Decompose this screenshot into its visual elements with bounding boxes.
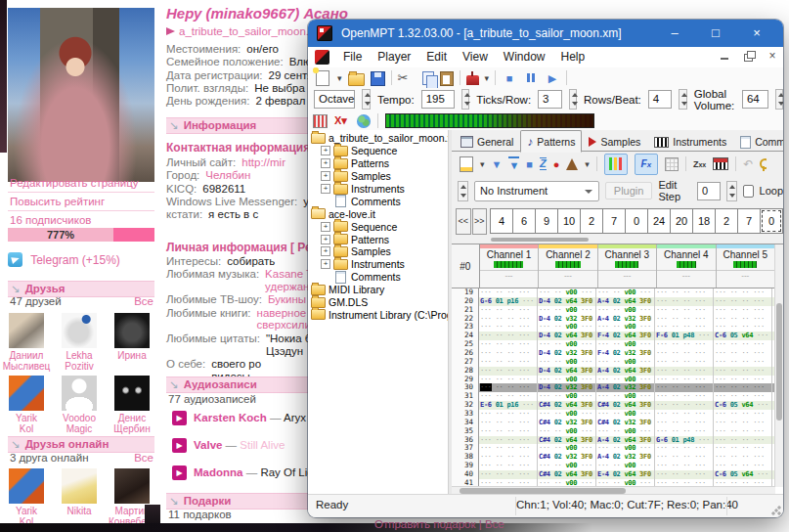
pattern-cell[interactable]: C#4 02 v64 3F0 xyxy=(538,401,596,410)
telegram-label[interactable]: Telegram (+15%) xyxy=(30,253,120,267)
tab-patterns[interactable]: ♪Patterns xyxy=(520,130,582,153)
channel-header[interactable]: Channel 2--- xyxy=(539,244,597,288)
pattern-cell[interactable]: ··· ·· ·· ··· xyxy=(479,470,538,479)
stop-button[interactable]: ■ xyxy=(502,70,517,86)
pattern-cell[interactable]: ··· ·· ·· ··· xyxy=(479,436,538,445)
channel-header[interactable]: Channel 5--- xyxy=(717,244,775,288)
pattern-cell[interactable]: ··· ·· ·· ··· xyxy=(655,376,714,384)
field-value[interactable]: http://mir xyxy=(241,156,285,169)
tree-item[interactable]: +Patterns xyxy=(308,157,448,170)
pattern-cell[interactable]: ··· ·· ·· ··· xyxy=(714,383,772,392)
order-item[interactable]: 7 xyxy=(737,208,761,234)
profile-menu-link[interactable]: Повысить рейтинг xyxy=(8,193,154,211)
pattern-cell[interactable]: ··· ·· ·· ··· xyxy=(714,444,772,453)
friends-online-all-link[interactable]: Все xyxy=(134,452,153,464)
pattern-cell[interactable]: ··· ·· v00 ··· xyxy=(538,462,596,470)
pattern-cell[interactable]: ··· ·· ·· ··· xyxy=(714,419,772,427)
pattern-cell[interactable]: ··· ·· v00 ··· xyxy=(538,306,596,315)
pattern-cell[interactable]: ··· ·· v00 ··· xyxy=(596,288,655,297)
pattern-cell[interactable]: ··· ·· ·· ··· xyxy=(655,288,714,297)
menu-help[interactable]: Help xyxy=(553,47,593,67)
pattern-cell[interactable]: ··· ·· ·· ··· xyxy=(714,376,772,384)
friend-avatar[interactable] xyxy=(9,376,44,411)
rows-spinner[interactable] xyxy=(679,89,687,110)
friend-name[interactable]: VoodooMagic xyxy=(54,413,105,434)
metronome-button[interactable] xyxy=(566,158,578,170)
profile-status[interactable]: a_tribute_to_sailor_moon.xm xyxy=(166,25,324,37)
title-bar[interactable]: OpenMPT 1.32.03.00 - [a_tribute_to_sailo… xyxy=(308,20,783,47)
pattern-cell[interactable]: ··· ·· ·· ··· xyxy=(714,358,772,367)
pattern-cell[interactable]: ··· ·· v00 ··· xyxy=(538,340,596,349)
pattern-cell[interactable]: ··· ·· ·· ··· xyxy=(714,410,772,419)
tempo-input[interactable]: 195 xyxy=(421,90,455,109)
menu-edit[interactable]: Edit xyxy=(418,47,455,67)
channel-mute-toggle[interactable]: --- xyxy=(598,270,656,280)
pattern-cell[interactable]: ··· ·· ·· ··· xyxy=(479,349,538,358)
edit-step-input[interactable]: 0 xyxy=(697,182,721,200)
pattern-view-icon[interactable] xyxy=(313,114,328,128)
pattern-cell[interactable]: ··· ·· v00 ··· xyxy=(538,444,596,453)
pattern-cell[interactable]: ··· ·· v00 ··· xyxy=(538,323,596,332)
pattern-cell[interactable]: ··· ·· ·· ··· xyxy=(714,462,772,470)
plugin-names-toggle[interactable]: Fx xyxy=(635,154,658,175)
pattern-cell[interactable]: D-4 02 v64 3F0 xyxy=(538,297,596,306)
channel-vu-toggle[interactable] xyxy=(604,154,628,175)
pattern-cell[interactable]: ··· ·· ·· ··· xyxy=(655,419,714,427)
friend-name[interactable]: ДенисЩербин xyxy=(107,413,157,434)
audio-section-header[interactable]: ↘Аудиозаписи xyxy=(166,377,311,393)
pattern-cell[interactable]: ··· ·· v00 ··· xyxy=(538,376,596,384)
friend-name[interactable]: Nikita xyxy=(54,506,105,516)
expand-plus-icon[interactable]: + xyxy=(321,158,330,168)
expand-plus-icon[interactable]: + xyxy=(321,246,330,256)
menu-view[interactable]: View xyxy=(455,47,496,67)
tree-item[interactable]: +Sequence xyxy=(308,145,448,157)
order-item[interactable]: 10 xyxy=(557,208,581,234)
pattern-cell[interactable]: ··· ·· ·· ··· xyxy=(655,306,714,315)
expand-plus-icon[interactable]: + xyxy=(321,235,330,244)
pattern-cell[interactable]: D-4 02 v64 3F0 xyxy=(538,332,596,340)
menu-window[interactable]: Window xyxy=(496,47,553,67)
play-track-button[interactable]: ▶ xyxy=(172,411,187,425)
pattern-cell[interactable]: C#4 02 v64 3F0 xyxy=(596,401,655,410)
expand-plus-icon[interactable]: + xyxy=(321,171,330,181)
pattern-cell[interactable]: ··· ·· ·· ··· xyxy=(714,392,772,401)
pattern-cell[interactable]: D-4 02 v32 3F0 xyxy=(538,349,596,358)
tab-comments[interactable]: Comments xyxy=(733,131,783,153)
friend-avatar[interactable] xyxy=(114,376,150,411)
save-file-button[interactable] xyxy=(371,71,385,86)
pattern-cell[interactable]: ··· ·· v00 ··· xyxy=(596,444,655,453)
pattern-cell[interactable]: F-4 02 v32 3F0 xyxy=(596,349,655,358)
friend-name[interactable]: YarikKol xyxy=(1,413,52,434)
expand-plus-icon[interactable]: + xyxy=(321,146,330,155)
midi-record-dropdown[interactable]: ▾ xyxy=(485,73,490,83)
pattern-cell[interactable]: ··· ·· v00 ··· xyxy=(538,410,596,419)
pattern-cell[interactable]: ··· ·· ·· ··· xyxy=(714,453,772,462)
pattern-cell[interactable]: ··· ·· v00 ··· xyxy=(596,323,655,332)
pattern-cell[interactable]: C#4 02 v32 3F0 xyxy=(538,453,596,462)
channel-header[interactable]: Channel 1--- xyxy=(480,244,539,288)
pattern-cell[interactable]: ··· ·· v00 ··· xyxy=(538,427,596,436)
pattern-cell[interactable]: G-6 01 p16 ··· xyxy=(479,297,538,306)
pattern-cell[interactable]: ··· ·· ·· ··· xyxy=(655,392,714,401)
order-item[interactable]: 4 xyxy=(490,208,513,234)
tree-item[interactable]: +Samples xyxy=(308,170,448,183)
friend-avatar[interactable] xyxy=(62,468,97,504)
field-value[interactable]: Челябин xyxy=(205,169,250,182)
order-item[interactable]: 2 xyxy=(580,208,603,234)
pattern-cell[interactable]: C#4 02 v32 3F0 xyxy=(596,419,655,427)
pattern-cell[interactable]: C#4 02 v64 3F0 xyxy=(538,470,596,479)
play-pattern-from-start-button[interactable]: ▼ xyxy=(508,156,519,172)
channel-mute-toggle[interactable]: --- xyxy=(480,270,538,280)
pattern-cell[interactable]: ··· ·· ·· ··· xyxy=(655,323,714,332)
pattern-cell[interactable]: ··· ·· v00 ··· xyxy=(596,392,655,401)
pattern-cell[interactable]: ··· ·· ·· ··· xyxy=(655,358,714,367)
play-row-button[interactable]: Z xyxy=(540,157,547,170)
pattern-cell[interactable]: ··· ·· ·· ··· xyxy=(714,340,772,349)
rows-per-beat-input[interactable]: 4 xyxy=(648,90,672,109)
expand-plus-icon[interactable]: + xyxy=(321,184,330,194)
friend-avatar[interactable] xyxy=(114,468,150,504)
close-button[interactable]: × xyxy=(736,20,777,47)
loop-checkbox[interactable] xyxy=(743,185,753,198)
pattern-cell[interactable]: ··· ·· ·· ··· xyxy=(714,315,772,324)
pattern-cell[interactable]: ··· ·· ·· ··· xyxy=(479,376,538,384)
